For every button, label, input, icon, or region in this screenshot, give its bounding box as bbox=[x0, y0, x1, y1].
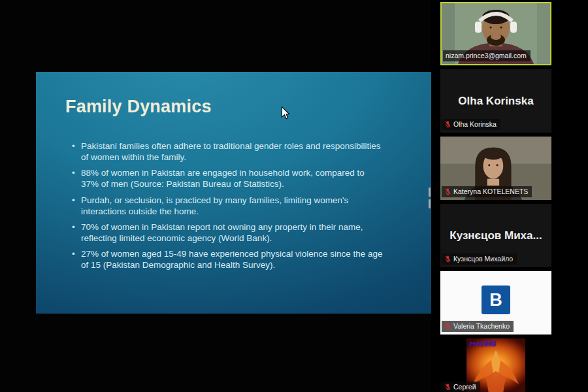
avatar-letter: B bbox=[489, 290, 502, 310]
game-username-text: ere1998 bbox=[469, 340, 496, 348]
participant-name-text: Valeria Tkachenko bbox=[453, 322, 510, 330]
participant-name-label: Kateryna KOTELENETS bbox=[442, 186, 532, 197]
participant-name-text: Kateryna KOTELENETS bbox=[453, 188, 528, 195]
bullet-item: 88% of women in Pakistan are engaged in … bbox=[72, 167, 384, 189]
mouse-cursor bbox=[281, 106, 290, 120]
participant-tile-kateryna[interactable]: Kateryna KOTELENETS bbox=[440, 137, 551, 200]
bullet-item: Purdah, or seclusion, is practiced by ma… bbox=[72, 195, 384, 217]
muted-mic-icon bbox=[444, 188, 451, 195]
participant-name-text: nizam.prince3@gmail.com bbox=[446, 52, 527, 59]
participant-name-text: Olha Korinska bbox=[453, 120, 497, 128]
participant-display-name: Кузнєцов Миха... bbox=[440, 229, 551, 242]
participant-name-label: Сергей bbox=[442, 382, 480, 392]
bullet-item: 27% of women aged 15-49 have experienced… bbox=[72, 248, 384, 270]
slide-title: Family Dynamics bbox=[65, 97, 432, 117]
participant-name-label: Olha Korinska bbox=[442, 119, 500, 130]
avatar: B bbox=[482, 286, 510, 314]
participant-name-label: Кузнєцов Михайло bbox=[442, 253, 517, 265]
participant-tile-olha[interactable]: Olha Korinska Olha Korinska bbox=[440, 69, 551, 133]
bullet-item: 70% of women in Pakistan report not owni… bbox=[72, 221, 384, 244]
participant-tile-valeria[interactable]: B Valeria Tkachenko bbox=[440, 271, 551, 335]
scrollbar-thumb[interactable] bbox=[429, 188, 431, 197]
participant-tile-sergey[interactable]: ere1998 Сергей bbox=[440, 338, 551, 392]
participant-tile-nizam[interactable]: nizam.prince3@gmail.com bbox=[440, 2, 551, 65]
muted-mic-icon bbox=[444, 322, 451, 330]
bullet-item: Pakistani families often adhere to tradi… bbox=[72, 140, 384, 163]
slide-bullets: Pakistani families often adhere to tradi… bbox=[72, 140, 384, 270]
muted-mic-icon bbox=[444, 383, 451, 391]
participant-tile-kuznetsov[interactable]: Кузнєцов Миха... Кузнєцов Михайло bbox=[440, 204, 551, 267]
scrollbar-thumb[interactable] bbox=[429, 199, 431, 208]
participant-name-text: Сергей bbox=[453, 383, 476, 391]
slide: Family Dynamics Pakistani families often… bbox=[36, 72, 432, 314]
presentation-area: Family Dynamics Pakistani families often… bbox=[0, 0, 433, 392]
participant-name-text: Кузнєцов Михайло bbox=[453, 255, 513, 263]
muted-mic-icon bbox=[444, 255, 451, 263]
participant-name-label: nizam.prince3@gmail.com bbox=[443, 50, 531, 61]
muted-mic-icon bbox=[444, 120, 451, 128]
participants-strip: nizam.prince3@gmail.com Olha Korinska Ol… bbox=[431, 0, 588, 392]
participant-display-name: Olha Korinska bbox=[440, 95, 551, 108]
participant-name-label: Valeria Tkachenko bbox=[442, 321, 514, 332]
